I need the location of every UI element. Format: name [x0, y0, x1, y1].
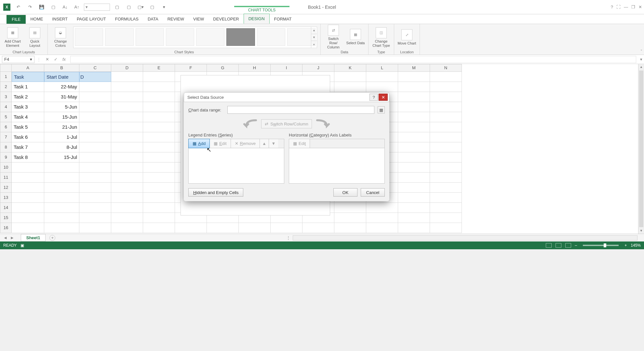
cell[interactable]: [111, 112, 143, 122]
cell[interactable]: [111, 132, 143, 142]
row-header[interactable]: 13: [0, 193, 12, 203]
font-shrink-button[interactable]: A↓: [60, 3, 70, 12]
cell[interactable]: Task 5: [12, 122, 44, 132]
cell[interactable]: [143, 92, 175, 102]
cell[interactable]: Task 2: [12, 92, 44, 102]
cell[interactable]: [143, 183, 175, 193]
close-icon[interactable]: ✕: [638, 5, 642, 9]
cell[interactable]: [111, 213, 143, 223]
view-normal-icon[interactable]: [546, 243, 552, 248]
change-chart-type-button[interactable]: ◫ Change Chart Type: [372, 27, 391, 48]
select-all-corner[interactable]: [0, 64, 12, 72]
chart-style-thumb-selected[interactable]: [226, 28, 255, 46]
formula-expand-icon[interactable]: ▾: [638, 57, 644, 62]
cell[interactable]: [111, 223, 143, 233]
row-header[interactable]: 2: [0, 82, 12, 92]
cell[interactable]: [430, 152, 462, 162]
cell[interactable]: [430, 72, 462, 82]
cell[interactable]: [143, 223, 175, 233]
zoom-slider[interactable]: [583, 245, 619, 246]
cell[interactable]: [44, 193, 79, 203]
row-header[interactable]: 8: [0, 142, 12, 152]
cell[interactable]: [398, 122, 430, 132]
cell[interactable]: [271, 223, 302, 233]
font-size-combo[interactable]: ▾: [84, 4, 110, 11]
cell[interactable]: [79, 132, 111, 142]
new-doc-button[interactable]: ▢: [49, 3, 58, 12]
tab-design[interactable]: DESIGN: [244, 14, 270, 24]
legend-series-listbox[interactable]: [188, 148, 284, 184]
cell[interactable]: Task 1: [12, 82, 44, 92]
cell[interactable]: 21-Jun: [44, 122, 79, 132]
col-header[interactable]: H: [239, 64, 271, 72]
cell[interactable]: [111, 152, 143, 162]
add-sheet-button[interactable]: +: [49, 235, 55, 241]
cell[interactable]: [207, 223, 239, 233]
cell[interactable]: [79, 213, 111, 223]
view-page-break-icon[interactable]: [565, 243, 571, 248]
cell[interactable]: Task: [12, 72, 44, 82]
cancel-button[interactable]: Cancel: [361, 188, 385, 197]
cell[interactable]: 15-Jul: [44, 152, 79, 162]
col-header[interactable]: N: [430, 64, 462, 72]
restore-icon[interactable]: ❐: [631, 5, 635, 9]
cell[interactable]: [111, 122, 143, 132]
tab-home[interactable]: HOME: [26, 14, 47, 24]
qat-extra-2[interactable]: ▢: [124, 3, 133, 12]
col-header[interactable]: K: [334, 64, 366, 72]
row-header[interactable]: 3: [0, 92, 12, 102]
cell[interactable]: [12, 183, 44, 193]
cell[interactable]: [143, 213, 175, 223]
chart-style-thumb[interactable]: [257, 28, 285, 46]
undo-button[interactable]: ↶: [14, 3, 23, 12]
cell[interactable]: [111, 173, 143, 183]
cell[interactable]: [111, 203, 143, 213]
cell[interactable]: Task 3: [12, 102, 44, 112]
gallery-scroll-down[interactable]: ▼: [311, 34, 317, 41]
qat-extra-3[interactable]: ▢▾: [136, 3, 145, 12]
range-selector-icon[interactable]: ▦: [378, 106, 385, 113]
cell[interactable]: [111, 102, 143, 112]
col-header[interactable]: D: [111, 64, 143, 72]
cell[interactable]: [334, 203, 366, 213]
vertical-scrollbar[interactable]: ▲ ▼: [638, 64, 644, 234]
cell[interactable]: [143, 82, 175, 92]
cell[interactable]: [430, 193, 462, 203]
cell[interactable]: [366, 82, 398, 92]
change-colors-button[interactable]: ◒ Change Colors: [51, 27, 70, 48]
cell[interactable]: [430, 162, 462, 173]
cell[interactable]: [79, 112, 111, 122]
chart-data-range-input[interactable]: [227, 106, 374, 114]
gallery-expand[interactable]: ▾: [311, 41, 317, 48]
tab-format[interactable]: FORMAT: [270, 14, 296, 24]
quick-layout-button[interactable]: ▤ Quick Layout: [25, 27, 44, 48]
chart-style-thumb[interactable]: [105, 28, 133, 46]
col-header[interactable]: F: [175, 64, 207, 72]
cell[interactable]: [175, 223, 207, 233]
row-header[interactable]: 4: [0, 102, 12, 112]
cell[interactable]: [398, 132, 430, 142]
cell[interactable]: [398, 102, 430, 112]
gallery-scroll-up[interactable]: ▲: [311, 27, 317, 34]
row-header[interactable]: 7: [0, 132, 12, 142]
cell[interactable]: [366, 203, 398, 213]
row-header[interactable]: 5: [0, 112, 12, 122]
cell[interactable]: [334, 82, 366, 92]
zoom-in-icon[interactable]: +: [624, 243, 627, 248]
chart-style-thumb[interactable]: [196, 28, 224, 46]
cell[interactable]: [430, 112, 462, 122]
cell[interactable]: [398, 183, 430, 193]
col-header[interactable]: I: [271, 64, 302, 72]
cell[interactable]: [44, 162, 79, 173]
cell[interactable]: [430, 92, 462, 102]
cell[interactable]: [334, 213, 366, 223]
formula-input[interactable]: [70, 56, 636, 63]
redo-button[interactable]: ↷: [25, 3, 34, 12]
ok-button[interactable]: OK: [333, 188, 357, 197]
cell[interactable]: [143, 142, 175, 152]
cell[interactable]: [111, 92, 143, 102]
font-grow-button[interactable]: A↑: [72, 3, 81, 12]
row-header[interactable]: 16: [0, 223, 12, 233]
chart-style-thumb[interactable]: [136, 28, 164, 46]
cell[interactable]: [79, 122, 111, 132]
